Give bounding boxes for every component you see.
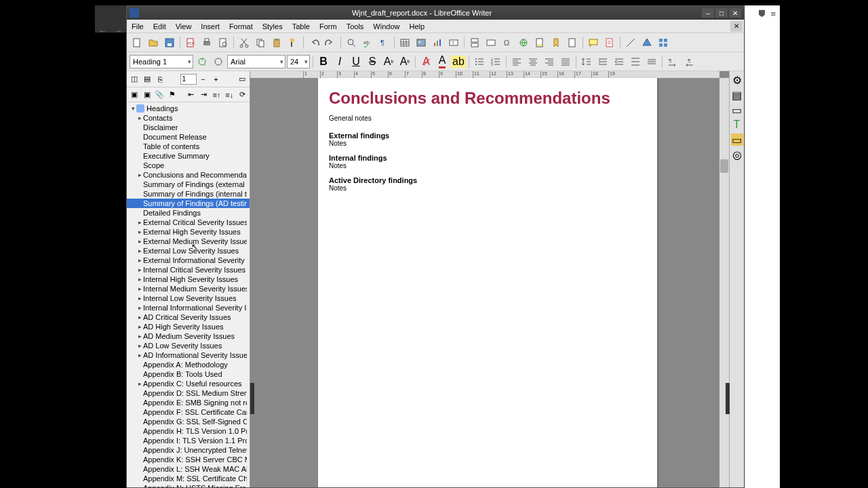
increase-indent-icon[interactable] (595, 54, 610, 69)
maximize-button[interactable]: □ (715, 8, 728, 18)
nav-heading-item[interactable]: Appendix G: SSL Self-Signed Certificate (127, 417, 250, 426)
section-heading[interactable]: External findings (329, 131, 646, 140)
open-icon[interactable] (146, 35, 161, 50)
nav-heading-item[interactable]: Summary of Findings (external testing) (127, 180, 250, 189)
scrollbar-thumb[interactable] (720, 159, 728, 173)
nav-heading-item[interactable]: Appendix E: SMB Signing not required (127, 398, 250, 407)
expand-icon[interactable]: ▸ (136, 322, 143, 331)
section-body[interactable]: Notes (329, 162, 646, 169)
expand-icon[interactable]: ▸ (136, 379, 143, 388)
nav-heading-item[interactable]: ▸External Low Severity Issues (127, 246, 250, 256)
document-viewport[interactable]: 12345678910111213141516171819 Conclusion… (250, 71, 729, 487)
section-body[interactable]: Notes (329, 140, 646, 147)
expand-icon[interactable]: ▸ (136, 274, 143, 284)
nav-heading-item[interactable]: Appendix I: TLS Version 1.1 Protocol (127, 436, 250, 445)
nav-heading-item[interactable]: Scope (127, 161, 250, 170)
nav-drag-mode-icon[interactable]: ⟳ (236, 89, 248, 101)
bookmark-icon[interactable] (549, 35, 564, 50)
general-notes-text[interactable]: General notes (329, 115, 646, 122)
clone-formatting-icon[interactable] (285, 35, 300, 50)
nav-move-up-icon[interactable]: ≡↑ (211, 89, 223, 101)
nav-heading-item[interactable]: ▸External High Severity Issues (127, 227, 250, 237)
nav-heading-item[interactable]: Appendix H: TLS Version 1.0 Protocol (127, 426, 250, 436)
expand-icon[interactable]: ▸ (136, 237, 143, 246)
nav-heading-item[interactable]: Executive Summary (127, 151, 250, 161)
expand-icon[interactable]: ▸ (136, 293, 143, 303)
nav-heading-item[interactable]: ▸Internal High Severity Issues (127, 274, 250, 284)
align-right-icon[interactable] (542, 54, 557, 69)
nav-heading-item[interactable]: ▸AD High Severity Issues (127, 322, 250, 331)
paragraph-style-combo[interactable]: Heading 1 (130, 55, 193, 68)
nav-heading-item[interactable]: Appendix F: SSL Certificate Cannot (127, 407, 250, 417)
spellcheck-icon[interactable]: ab (360, 35, 375, 50)
vertical-scrollbar[interactable] (719, 78, 729, 487)
nav-promote-icon[interactable]: ⇤ (185, 89, 197, 101)
insert-chart-icon[interactable] (430, 35, 445, 50)
nav-listbox-icon[interactable]: ▭ (236, 73, 248, 85)
strikethrough-icon[interactable]: S (365, 54, 380, 69)
cross-reference-icon[interactable] (565, 35, 580, 50)
sidebar-properties-icon[interactable]: ▤ (731, 89, 743, 101)
show-draw-icon[interactable] (656, 35, 671, 50)
nav-heading-item[interactable]: ▸Internal Informational Severity Issues (127, 303, 250, 312)
bold-icon[interactable]: B (316, 54, 331, 69)
document-page[interactable]: Conclusions and Recommendations General … (318, 78, 657, 487)
expand-icon[interactable]: ▸ (136, 284, 143, 293)
insert-image-icon[interactable] (414, 35, 429, 50)
increase-para-spacing-icon[interactable] (628, 54, 643, 69)
highlight-icon[interactable]: ab (451, 54, 466, 69)
section-heading[interactable]: Internal findings (329, 154, 646, 162)
update-style-icon[interactable] (195, 54, 210, 69)
font-color-icon[interactable]: A (435, 54, 450, 69)
sidebar-styles-icon[interactable]: T (731, 119, 743, 131)
nav-heading-item[interactable]: Detailed Findings (127, 208, 250, 218)
nav-move-down-icon[interactable]: ≡↓ (223, 89, 235, 101)
nav-heading-item[interactable]: ▸AD Informational Severity Issues (127, 350, 250, 360)
bullet-list-icon[interactable] (472, 54, 487, 69)
right-splitter[interactable] (726, 383, 730, 414)
footnote-icon[interactable] (532, 35, 547, 50)
expand-icon[interactable]: ▸ (136, 227, 143, 237)
export-pdf-icon[interactable]: PDF (183, 35, 198, 50)
menu-view[interactable]: View (171, 21, 197, 32)
line-icon[interactable] (623, 35, 638, 50)
sidebar-navigator-icon[interactable]: ◎ (731, 148, 743, 161)
menu-help[interactable]: Help (404, 21, 429, 32)
expand-icon[interactable]: ▸ (136, 331, 143, 341)
nav-heading-item[interactable]: ▸AD Critical Severity Issues (127, 312, 250, 322)
nav-toggle-icon[interactable]: ◫ (128, 73, 140, 85)
menu-table[interactable]: Table (288, 21, 315, 32)
font-name-combo[interactable]: Arial (227, 55, 285, 68)
menu-styles[interactable]: Styles (258, 21, 288, 32)
redo-icon[interactable] (323, 35, 338, 50)
italic-icon[interactable]: I (332, 54, 347, 69)
print-preview-icon[interactable] (216, 35, 231, 50)
menu-insert[interactable]: Insert (196, 21, 224, 32)
close-button[interactable]: ✕ (729, 8, 741, 18)
track-changes-icon[interactable] (602, 35, 617, 50)
font-size-combo[interactable]: 24 (287, 55, 310, 68)
page-heading[interactable]: Conclusions and Recommendations (329, 89, 646, 108)
nav-page-input[interactable] (180, 74, 197, 85)
nav-zoom-in-icon[interactable]: + (210, 73, 222, 85)
nav-heading-item[interactable]: ▸Internal Medium Severity Issues (127, 284, 250, 293)
menu-edit[interactable]: Edit (149, 21, 171, 32)
ltr-icon[interactable]: ¶ (665, 54, 680, 69)
nav-zoom-out-icon[interactable]: − (197, 73, 210, 85)
hyperlink-icon[interactable] (516, 35, 531, 50)
nav-heading-item[interactable]: Disclaimer (127, 123, 250, 132)
collapse-icon[interactable]: ▾ (130, 105, 136, 112)
section-heading[interactable]: Active Directory findings (329, 176, 646, 184)
cut-icon[interactable] (237, 35, 252, 50)
new-icon[interactable] (130, 35, 144, 50)
save-icon[interactable] (162, 35, 177, 50)
paste-icon[interactable] (269, 35, 284, 50)
new-style-icon[interactable] (211, 54, 226, 69)
copy-icon[interactable] (253, 35, 268, 50)
menu-format[interactable]: Format (224, 21, 258, 32)
decrease-para-spacing-icon[interactable] (644, 54, 659, 69)
expand-icon[interactable]: ▸ (136, 312, 143, 322)
nav-heading-item[interactable]: ▸Appendix C: Useful resources (127, 379, 250, 388)
align-center-icon[interactable] (526, 54, 540, 69)
menu-window[interactable]: Window (368, 21, 404, 32)
